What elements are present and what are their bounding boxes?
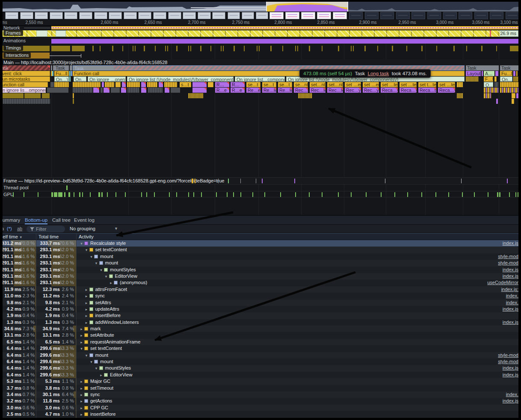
table-row[interactable]: 6.4 ms1.4 %299.6 ms63.3 %▸EditorViewinde… [0,372,521,378]
expand-icon[interactable]: ▸ [84,293,89,300]
table-row[interactable]: 5.3 ms1.1 %5.3 ms1.1 %▸Major GC [0,378,521,385]
flame-bar-a-[interactable]: A… [484,71,494,76]
expand-icon[interactable]: ▸ [79,411,84,418]
flame-bar-set-nt[interactable]: set…nt [327,82,343,87]
table-row[interactable]: 6.5 ms1.4 %6.5 ms1.4 %▸requestAnimationF… [0,339,521,345]
expand-icon[interactable]: ▸ [84,300,89,306]
filmstrip-thumbnail[interactable] [212,12,225,19]
table-row[interactable]: 1.9 ms0.4 %1.9 ms0.4 %▸insertBefore [0,312,521,319]
flame-bar-on-ignore-list-components-[interactable]: On ignore list…components\/) [235,76,285,82]
track-animations[interactable]: Animations [0,38,521,45]
source-link[interactable]: index. [506,391,518,398]
filmstrip-thumbnail[interactable] [94,12,107,19]
flame-bar-r-e[interactable]: R…e [215,88,229,93]
gpu-track[interactable]: GPU [0,191,521,197]
expand-icon[interactable]: ▸ [79,332,84,339]
collapse-icon[interactable]: ▾ [84,247,89,253]
flame-bar[interactable] [0,99,50,104]
flame-bar[interactable] [101,88,103,93]
collapse-icon[interactable]: ▾ [79,346,84,352]
flame-bar[interactable] [500,82,519,87]
main-thread-header[interactable]: Main — http://localhost:3000/projects/bd… [0,59,521,65]
collapse-icon[interactable]: ▾ [94,260,99,267]
flame-bar[interactable] [73,82,101,87]
flame-bar[interactable] [71,65,72,70]
flame-bar-on-[interactable]: On…) [54,76,69,82]
flame-bar-set-tent[interactable]: set …tent [438,82,455,87]
source-link[interactable]: index.js [503,240,518,247]
table-row[interactable]: 6.4 ms1.4 %299.6 ms63.3 %▾mountStylesind… [0,365,521,371]
flame-bar[interactable] [159,82,163,87]
frame-segment[interactable] [36,30,47,37]
flame-bar[interactable] [69,71,71,76]
column-activity[interactable]: Activity [79,234,94,240]
flame-bar[interactable] [188,93,203,98]
flame-bar[interactable] [24,93,41,98]
flame-bar-set-tent[interactable]: set …tent [400,82,417,87]
flame-bar-function-call[interactable]: Function call [0,82,48,87]
source-link[interactable]: style-mod [498,358,518,365]
flame-bar[interactable] [164,82,177,87]
frame-thread-header[interactable]: Frame — https://id-preview--bd53fd9d-728… [0,177,521,184]
source-link[interactable]: index.js [503,319,518,326]
expand-icon[interactable]: ▸ [84,320,89,326]
frame-segment[interactable] [56,30,66,37]
flame-bar[interactable] [457,82,463,87]
expand-icon[interactable]: ▸ [99,372,104,379]
flame-bar[interactable] [494,82,498,87]
flame-bar[interactable] [484,93,491,98]
flame-bar-reca-yle[interactable]: Reca…yle [438,88,455,93]
collapse-icon[interactable]: ▾ [84,352,89,359]
column-total-time[interactable]: Total time [38,234,59,240]
table-row[interactable]: 9.8 ms2.1 %9.8 ms2.1 %▸setAttrsindex. [0,300,521,306]
filmstrip-thumbnail[interactable] [168,12,181,19]
filmstrip-thumbnail[interactable] [365,12,379,19]
expand-icon[interactable]: ▸ [79,326,84,332]
flame-bar[interactable] [457,93,463,98]
flame-bar[interactable] [105,82,114,87]
flame-bar-o-[interactable]: O… [484,82,493,87]
flame-bar[interactable] [69,76,71,82]
tab-event-log[interactable]: Event log [74,216,95,224]
flame-bar[interactable] [73,93,74,98]
flame-bar[interactable] [192,82,207,87]
expand-icon[interactable]: ▸ [84,306,89,313]
flame-bar[interactable] [482,71,483,76]
flame-bar[interactable] [50,82,54,87]
filmstrip[interactable] [3,12,518,20]
flame-bar[interactable] [141,88,146,93]
filmstrip-thumbnail[interactable] [443,12,457,19]
flame-bar[interactable] [104,88,110,93]
table-row[interactable]: 291.1 ms61.6 %293.1 ms62.0 %▾mountstyle-… [0,260,521,266]
filmstrip-thumbnail[interactable] [242,12,254,19]
filmstrip-thumbnail[interactable] [138,12,151,19]
tab-summary[interactable]: Summary [0,216,20,224]
source-link[interactable]: index. [506,293,518,299]
filmstrip-thumbnail[interactable] [20,12,33,19]
flame-bar[interactable] [47,88,68,93]
flame-bar[interactable] [71,71,72,76]
flame-bar[interactable] [516,71,518,76]
flame-bar[interactable] [54,82,69,87]
tab-call-tree[interactable]: Call tree [52,216,71,224]
flame-bar[interactable] [121,88,126,93]
flame-bar[interactable] [111,88,120,93]
filmstrip-thumbnail[interactable] [183,12,196,19]
expand-icon[interactable]: ▸ [79,398,84,405]
table-row[interactable]: 291.1 ms61.6 %293.1 ms62.0 %▾mountStyles… [0,267,521,273]
filmstrip-thumbnail[interactable] [317,12,331,19]
flame-bar-task[interactable]: Task [500,65,519,70]
flame-bar-on-[interactable]: On…) [74,76,86,82]
flame-bar-r-[interactable]: R… [231,82,245,87]
collapse-icon[interactable]: ▾ [94,365,99,372]
grouping-select[interactable]: No grouping [70,225,95,233]
flame-bar[interactable] [208,82,213,87]
flame-bar-se-t[interactable]: se…t [278,82,292,87]
flame-bar-s-t[interactable]: s…t [180,82,191,87]
network-requests-bar[interactable] [51,26,518,29]
flame-bar-rec-yle[interactable]: Rec…yle [345,88,361,93]
filmstrip-thumbnail[interactable] [5,12,18,19]
filmstrip-thumbnail[interactable] [285,12,299,19]
flame-bar[interactable] [102,82,104,87]
flame-bar[interactable] [171,88,180,93]
